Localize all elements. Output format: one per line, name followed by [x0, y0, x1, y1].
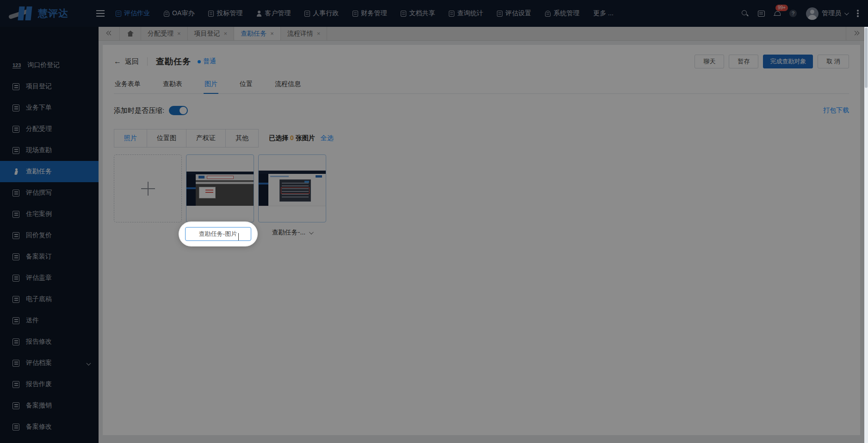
- sidebar-item-price-reply[interactable]: 回价复价: [0, 225, 99, 246]
- sidebar-item-send-document[interactable]: 送件: [0, 310, 99, 331]
- tab-survey-form[interactable]: 查勘表: [162, 80, 183, 93]
- image-grid: [114, 154, 849, 222]
- oa-review-icon: [164, 11, 169, 17]
- category-tab-property-cert[interactable]: 产权证: [186, 129, 226, 148]
- nav-item-assessment-work[interactable]: 评估作业: [116, 9, 150, 18]
- sidebar-item-residential-case[interactable]: 住宅案例: [0, 203, 99, 225]
- sidebar-item-record-binding[interactable]: 备案装订: [0, 246, 99, 267]
- complete-survey-object-button[interactable]: 完成查勘对象: [763, 55, 813, 68]
- sidebar-item-electronic-draft[interactable]: 电子底稿: [0, 289, 99, 310]
- notification-badge: 99+: [775, 5, 788, 11]
- chat-button[interactable]: 聊天: [694, 55, 724, 68]
- tab-location[interactable]: 位置: [239, 80, 254, 93]
- nav-item-document-share[interactable]: 文档共享: [401, 9, 435, 18]
- nav-item-customer-management[interactable]: 客户管理: [256, 9, 291, 18]
- compress-toggle[interactable]: [169, 106, 188, 115]
- sidebar-item-assessment-archive[interactable]: 评估档案: [0, 352, 99, 374]
- nav-item-system-management[interactable]: 系统管理: [545, 9, 579, 18]
- nav-item-finance-management[interactable]: 财务管理: [353, 9, 387, 18]
- nav-item-query-statistics[interactable]: 查询统计: [449, 9, 483, 18]
- tab-distribute-accept[interactable]: 分配受理: [141, 27, 188, 40]
- survey-task-card: 返回 查勘任务 普通 聊天 暂存 完成查勘对象 取 消 业务表单 查勘表 图片 …: [103, 45, 860, 435]
- scrollbar-thumb[interactable]: [865, 28, 868, 88]
- image-rename-input[interactable]: [185, 227, 251, 241]
- category-tab-location-map[interactable]: 位置图: [147, 129, 186, 148]
- close-tab-icon[interactable]: [270, 30, 274, 37]
- numbers-123-icon: 123: [12, 62, 21, 68]
- tab-business-form[interactable]: 业务表单: [114, 80, 142, 93]
- collapse-tabs-button[interactable]: [99, 27, 120, 40]
- tab-survey-task[interactable]: 查勘任务: [234, 27, 281, 40]
- close-tab-icon[interactable]: [317, 30, 321, 37]
- cancel-button[interactable]: 取 消: [818, 55, 849, 68]
- selected-count-text: 已选择0张图片: [269, 134, 315, 142]
- record-modify-icon: [12, 424, 19, 431]
- user-menu[interactable]: 管理员: [806, 7, 848, 20]
- help-icon[interactable]: [789, 10, 797, 17]
- project-register-icon: [12, 83, 19, 90]
- sidebar-item-record-modify[interactable]: 备案修改: [0, 416, 99, 437]
- sidebar-item-distribute-accept[interactable]: 分配受理: [0, 118, 99, 140]
- nav-item-assessment-settings[interactable]: 评估设置: [497, 9, 531, 18]
- residential-case-icon: [12, 211, 19, 218]
- user-name: 管理员: [822, 9, 841, 18]
- compress-label: 添加时是否压缩:: [114, 106, 164, 115]
- nav-item-more[interactable]: 更多 ...: [593, 9, 614, 18]
- assessment-archive-icon: [12, 360, 19, 367]
- page-header: 返回 查勘任务 普通 聊天 暂存 完成查勘对象 取 消: [114, 54, 849, 69]
- system-management-icon: [545, 11, 551, 17]
- detail-tabs: 业务表单 查勘表 图片 位置 流程信息: [114, 80, 849, 94]
- kebab-menu-icon[interactable]: [857, 9, 859, 18]
- selected-count-value: 0: [290, 134, 294, 142]
- search-icon[interactable]: [741, 10, 749, 17]
- home-tab[interactable]: [120, 27, 141, 40]
- tab-project-register[interactable]: 项目登记: [188, 27, 235, 40]
- sidebar: 123询口价登记 项目登记 业务下单 分配受理 现场查勘 查勘任务 评估撰写 住…: [0, 27, 99, 443]
- double-chevron-left-icon: [107, 31, 112, 36]
- image-category-row: 照片 位置图 产权证 其他 已选择0张图片 全选: [114, 129, 849, 148]
- category-tab-other[interactable]: 其他: [225, 129, 259, 148]
- save-draft-button[interactable]: 暂存: [729, 55, 758, 68]
- back-button[interactable]: 返回: [114, 57, 139, 66]
- close-tab-icon[interactable]: [224, 30, 228, 37]
- sidebar-item-record-revoke[interactable]: 备案撤销: [0, 395, 99, 416]
- sidebar-item-assessment-seal[interactable]: 评估盖章: [0, 267, 99, 289]
- tab-process-detail[interactable]: 流程详情: [281, 27, 328, 40]
- nav-item-oa-review[interactable]: OA审办: [164, 9, 194, 18]
- message-icon[interactable]: [758, 11, 765, 17]
- download-package-link[interactable]: 打包下载: [823, 106, 849, 115]
- nav-item-bid-management[interactable]: 投标管理: [208, 9, 242, 18]
- tab-images[interactable]: 图片: [204, 80, 218, 93]
- chevron-down-icon: [87, 361, 91, 365]
- expand-tabs-button[interactable]: [846, 27, 864, 40]
- sidebar-item-report-void[interactable]: 报告作废: [0, 374, 99, 395]
- sidebar-item-inquiry-price-register[interactable]: 123询口价登记: [0, 55, 99, 76]
- close-tab-icon[interactable]: [177, 30, 181, 37]
- category-tab-photos[interactable]: 照片: [114, 129, 147, 148]
- upload-image-button[interactable]: [114, 154, 182, 222]
- logo-icon: [10, 6, 34, 21]
- sidebar-item-report-modify[interactable]: 报告修改: [0, 331, 99, 352]
- menu-collapse-icon[interactable]: [96, 10, 105, 17]
- double-chevron-right-icon: [853, 31, 858, 36]
- app-logo[interactable]: 慧评达: [0, 6, 88, 21]
- nav-label: 更多 ...: [593, 9, 614, 18]
- vertical-scrollbar[interactable]: [864, 27, 868, 443]
- sidebar-item-site-survey[interactable]: 现场查勘: [0, 140, 99, 161]
- sidebar-item-project-register[interactable]: 项目登记: [0, 76, 99, 97]
- image-thumbnail-1[interactable]: [186, 154, 254, 222]
- notifications-button[interactable]: 99+: [774, 11, 780, 17]
- nav-item-hr-admin[interactable]: 人事行政: [304, 9, 339, 18]
- sidebar-item-survey-task[interactable]: 查勘任务: [0, 161, 99, 182]
- image-caption[interactable]: 查勘任务-...: [272, 228, 312, 237]
- sidebar-item-business-order[interactable]: 业务下单: [0, 97, 99, 118]
- tab-process-info[interactable]: 流程信息: [274, 80, 302, 93]
- image-thumbnail-2[interactable]: [258, 154, 326, 222]
- sidebar-item-assessment-writing[interactable]: 评估撰写: [0, 182, 99, 203]
- bell-icon: [774, 11, 780, 17]
- navbar-actions: 99+ 管理员: [741, 7, 868, 20]
- distribute-accept-icon: [12, 126, 19, 133]
- select-all-link[interactable]: 全选: [321, 134, 334, 142]
- document-share-icon: [401, 11, 406, 17]
- customer-management-icon: [256, 11, 262, 17]
